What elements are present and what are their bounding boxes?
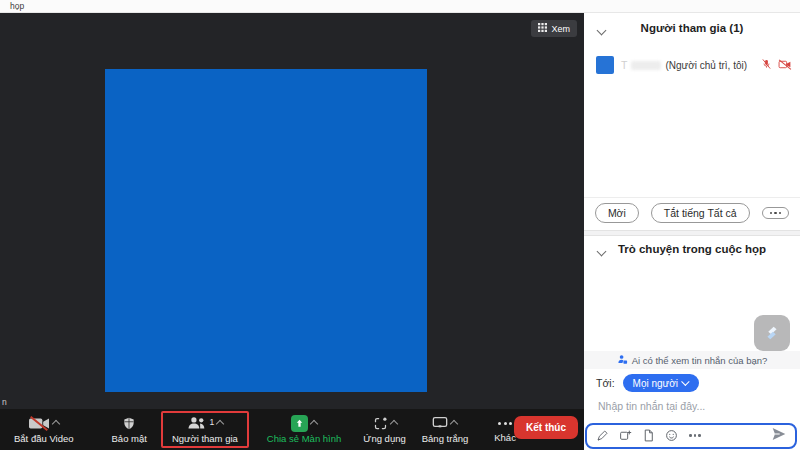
chevron-up-icon[interactable] [389, 419, 397, 427]
invite-button[interactable]: Mời [595, 203, 639, 223]
start-video-label: Bắt đầu Video [14, 433, 74, 445]
privacy-person-icon [617, 354, 628, 367]
chat-recipient-value: Mọi người [633, 378, 679, 389]
participants-highlight-box: 1 Người tham gia [161, 411, 249, 449]
video-area: Xem n Bắt đầu Video Bảo mật [0, 13, 584, 450]
chat-privacy-text: Ai có thể xem tin nhắn của bạn? [632, 355, 768, 366]
chevron-up-icon[interactable] [52, 419, 60, 427]
participants-actions-divider [584, 197, 800, 198]
shared-content-blue-square [105, 69, 427, 392]
security-button[interactable]: Bảo mật [108, 414, 151, 446]
file-icon[interactable] [643, 429, 654, 442]
participants-icon [187, 416, 207, 433]
chat-message-input[interactable] [596, 399, 785, 413]
participant-avatar [596, 56, 614, 74]
whiteboard-label: Bảng trắng [422, 433, 468, 445]
chevron-up-icon[interactable] [216, 419, 224, 427]
screenshot-icon[interactable] [619, 429, 632, 442]
camera-off-icon [28, 416, 50, 434]
grid-view-icon [538, 23, 547, 34]
chat-to-label: Tới: [596, 377, 615, 389]
participants-panel-header: Người tham gia (1) [584, 22, 800, 34]
apps-button[interactable]: Ứng dụng [359, 414, 409, 446]
compose-more-icon[interactable] [689, 434, 701, 437]
view-button-label: Xem [551, 24, 570, 34]
video-off-icon [778, 56, 792, 74]
participant-name-initial: T [621, 59, 627, 71]
participant-role-label: (Người chủ trì, tôi) [665, 60, 747, 71]
mute-all-button[interactable]: Tắt tiếng Tất cả [651, 203, 750, 223]
chat-panel-header: Trò chuyện trong cuộc họp [584, 243, 800, 255]
video-corner-name-label: n [2, 397, 7, 407]
sidebar-panel: Người tham gia (1) T (Người chủ trì, tôi… [584, 13, 800, 450]
whiteboard-icon [432, 416, 448, 433]
whiteboard-button[interactable]: Bảng trắng [418, 414, 472, 446]
meeting-toolbar: Bắt đầu Video Bảo mật 1 Người tham gia [0, 409, 584, 450]
window-title: họp [10, 1, 24, 11]
window-titlebar: họp [0, 0, 800, 13]
participant-row[interactable]: T (Người chủ trì, tôi) [596, 53, 792, 77]
share-screen-button[interactable]: Chia sẻ Màn hình [263, 414, 345, 446]
participants-count-badge: 1 [210, 417, 215, 428]
participants-button[interactable]: 1 Người tham gia [168, 414, 242, 446]
share-screen-icon [291, 415, 308, 432]
chevron-up-icon[interactable] [450, 419, 458, 427]
participants-label: Người tham gia [172, 433, 238, 445]
start-video-button[interactable]: Bắt đầu Video [10, 414, 78, 446]
more-label: Khác [494, 432, 516, 444]
end-meeting-button[interactable]: Kết thúc [514, 416, 578, 439]
chevron-down-icon [682, 378, 690, 386]
chevron-up-icon[interactable] [310, 419, 318, 427]
shield-icon [122, 416, 136, 434]
send-message-icon[interactable] [771, 427, 787, 445]
more-ellipsis-icon [498, 415, 512, 432]
view-button[interactable]: Xem [531, 20, 577, 37]
mic-off-icon [761, 56, 772, 74]
apps-label: Ứng dụng [363, 433, 405, 445]
participants-more-button[interactable] [762, 207, 790, 220]
apps-icon [373, 416, 388, 434]
chat-privacy-bar[interactable]: Ai có thể xem tin nhắn của bạn? [584, 351, 800, 369]
s-logo-overlay-icon[interactable] [754, 315, 790, 351]
format-text-icon[interactable] [596, 430, 608, 442]
security-label: Bảo mật [112, 433, 147, 445]
chat-recipient-dropdown[interactable]: Mọi người [623, 374, 699, 392]
participant-name-redacted [631, 61, 661, 70]
emoji-icon[interactable] [665, 429, 678, 442]
panel-section-divider [584, 230, 800, 236]
share-screen-label: Chia sẻ Màn hình [267, 433, 341, 445]
